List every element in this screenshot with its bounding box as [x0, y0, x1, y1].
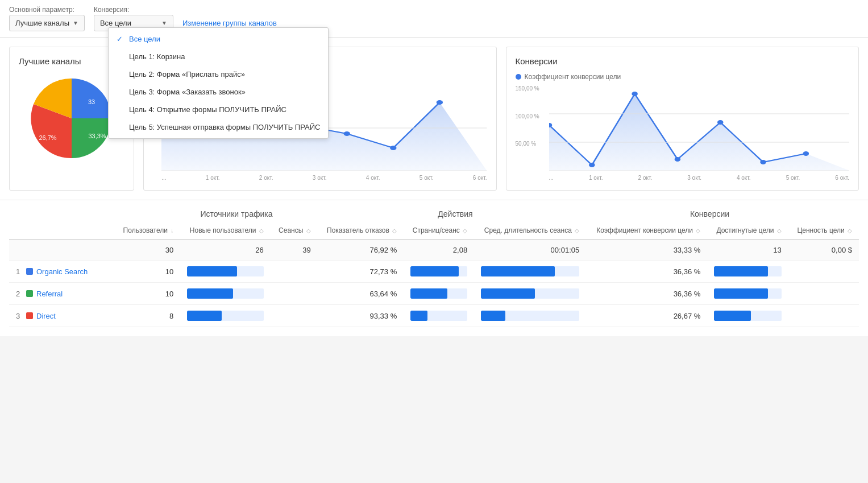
- svg-text:26,7%: 26,7%: [39, 134, 56, 141]
- pages-bar-organic: [404, 261, 474, 283]
- primary-param-dropdown[interactable]: Лучшие каналы ▼: [9, 15, 85, 31]
- top-controls: Основной параметр: Лучшие каналы ▼ Конве…: [0, 0, 868, 38]
- duration-bar-referral: [474, 283, 586, 305]
- users-cell-referral: 10: [114, 283, 180, 305]
- duration-bar-direct: [474, 305, 586, 327]
- conversions-chart-title: Конверсии: [516, 56, 850, 66]
- sort-icon: ◇: [463, 228, 467, 234]
- goals-bar-direct: [707, 305, 788, 327]
- totals-bounce: 76,92 %: [318, 240, 404, 261]
- totals-label: [9, 240, 114, 261]
- svg-text:33: 33: [88, 98, 95, 105]
- channel-link-organic[interactable]: Organic Search: [36, 267, 88, 276]
- goals-bar-organic: [707, 261, 788, 283]
- th-bounce[interactable]: Показатель отказов ◇: [318, 222, 404, 240]
- table-row: 2 Referral 10 63,64 % 36,36 %: [9, 283, 859, 305]
- chevron-down-icon: ▼: [73, 20, 78, 26]
- sort-icon: ◇: [777, 228, 782, 234]
- conv-rate-cell-referral: 36,36 %: [586, 283, 707, 305]
- dropdown-item-goal5[interactable]: Цель 5: Успешная отправка формы ПОЛУЧИТЬ…: [109, 118, 328, 136]
- new-users-bar-direct: [180, 305, 270, 327]
- chevron-down-icon: ▼: [161, 20, 167, 26]
- change-group-link[interactable]: Изменение группы каналов: [182, 19, 277, 27]
- sessions-cell-organic: [271, 261, 318, 283]
- channel-link-referral[interactable]: Referral: [36, 290, 63, 298]
- totals-users: 30: [114, 240, 180, 261]
- dropdown-item-goal4[interactable]: Цель 4: Открытие формы ПОЛУЧИТЬ ПРАЙС: [109, 101, 328, 118]
- primary-param-group: Основной параметр: Лучшие каналы ▼: [9, 6, 85, 31]
- dropdown-item-goal3[interactable]: Цель 3: Форма «Заказать звонок»: [109, 83, 328, 101]
- check-icon: ✓: [117, 35, 124, 43]
- svg-point-16: [589, 163, 595, 167]
- pages-bar-direct: [404, 305, 474, 327]
- th-duration[interactable]: Сред. длительность сеанса ◇: [474, 222, 586, 240]
- bounce-cell-organic: 72,73 %: [318, 261, 404, 283]
- conversion-label: Конверсия:: [94, 6, 173, 14]
- channel-cell-referral: 2 Referral: [9, 283, 114, 305]
- channel-cell-direct: 3 Direct: [9, 305, 114, 327]
- svg-point-18: [674, 157, 680, 162]
- totals-sessions: 39: [271, 240, 318, 261]
- totals-duration: 00:01:05: [474, 240, 586, 261]
- conversions-chart-area: 150,00 % 100,00 % 50,00 %: [516, 85, 850, 181]
- totals-conv-rate: 33,33 %: [586, 240, 707, 261]
- conversions-x-axis: ... 1 окт. 2 окт. 3 окт. 4 окт. 5 окт. 6…: [549, 175, 850, 181]
- channel-link-direct[interactable]: Direct: [36, 312, 56, 320]
- goal-value-cell-direct: [788, 305, 859, 327]
- sort-icon: ↓: [171, 228, 173, 234]
- sort-icon: ◇: [392, 228, 397, 234]
- data-table: Пользователи ↓ Новые пользователи ◇ Сеан…: [9, 222, 859, 327]
- users-cell-organic: 10: [114, 261, 180, 283]
- section-title-conversions: Конверсии: [560, 209, 859, 218]
- conversions-line-svg: [549, 85, 850, 171]
- th-channel: [9, 222, 114, 240]
- conversions-legend: Коэффициент конверсии цели: [516, 73, 850, 81]
- th-sessions[interactable]: Сеансы ◇: [271, 222, 318, 240]
- sort-icon: ◇: [575, 228, 579, 234]
- sort-icon: ◇: [306, 228, 311, 234]
- sessions-cell-direct: [271, 305, 318, 327]
- conversions-chart-svg-wrap: ... 1 окт. 2 окт. 3 окт. 4 окт. 5 окт. 6…: [549, 85, 850, 181]
- goal-value-cell-organic: [788, 261, 859, 283]
- new-users-bar-referral: [180, 283, 270, 305]
- goals-bar-referral: [707, 283, 788, 305]
- totals-goal-value: 0,00 $: [788, 240, 859, 261]
- bounce-cell-referral: 63,64 %: [318, 283, 404, 305]
- totals-new-users: 26: [180, 240, 270, 261]
- channel-color-referral: [26, 290, 33, 297]
- conv-rate-cell-organic: 36,36 %: [586, 261, 707, 283]
- svg-point-17: [632, 92, 638, 96]
- sort-icon: ◇: [696, 228, 700, 234]
- th-conv-rate[interactable]: Коэффициент конверсии цели ◇: [586, 222, 707, 240]
- svg-point-11: [437, 100, 443, 105]
- channel-color-organic: [26, 268, 33, 275]
- svg-text:33,3%: 33,3%: [88, 133, 106, 139]
- primary-param-label: Основной параметр:: [9, 6, 85, 14]
- svg-point-21: [803, 151, 809, 156]
- channel-color-direct: [26, 312, 33, 319]
- th-pages[interactable]: Страниц/сеанс ◇: [404, 222, 474, 240]
- dropdown-item-goal2[interactable]: Цель 2: Форма «Прислать прайс»: [109, 65, 328, 83]
- table-row: 1 Organic Search 10 72,73 % 36,36 %: [9, 261, 859, 283]
- sort-icon: ◇: [259, 228, 264, 234]
- svg-point-10: [390, 146, 396, 150]
- totals-goals: 13: [707, 240, 788, 261]
- conversions-chart-card: Конверсии Коэффициент конверсии цели 150…: [506, 47, 859, 191]
- th-new-users[interactable]: Новые пользователи ◇: [180, 222, 270, 240]
- th-goal-value[interactable]: Ценность цели ◇: [788, 222, 859, 240]
- y-axis-conv: 150,00 % 100,00 % 50,00 %: [516, 85, 547, 171]
- section-headers: Источники трафика Действия Конверсии: [9, 209, 859, 218]
- channel-cell-organic: 1 Organic Search: [9, 261, 114, 283]
- duration-bar-organic: [474, 261, 586, 283]
- th-goals[interactable]: Достигнутые цели ◇: [707, 222, 788, 240]
- table-row: 3 Direct 8 93,33 % 26,67 %: [9, 305, 859, 327]
- dropdown-item-goal1[interactable]: Цель 1: Корзина: [109, 48, 328, 65]
- table-section: Источники трафика Действия Конверсии Пол…: [0, 200, 868, 336]
- conversion-dropdown-menu: ✓ Все цели Цель 1: Корзина Цель 2: Форма…: [108, 27, 329, 139]
- dropdown-item-all[interactable]: ✓ Все цели: [109, 30, 328, 48]
- th-users[interactable]: Пользователи ↓: [114, 222, 180, 240]
- totals-pages: 2,08: [404, 240, 474, 261]
- sessions-cell-referral: [271, 283, 318, 305]
- section-title-traffic: Источники трафика: [123, 209, 350, 218]
- conversions-legend-dot: [516, 74, 521, 80]
